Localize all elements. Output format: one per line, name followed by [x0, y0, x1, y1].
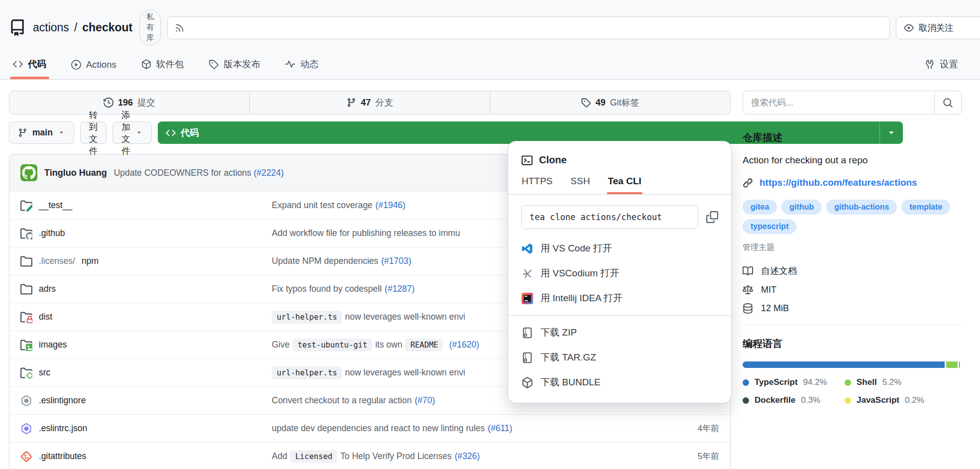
- clone-tab-https[interactable]: HTTPS: [522, 176, 552, 194]
- unwatch-button[interactable]: 取消关注 2: [896, 16, 980, 39]
- clone-tab-ssh[interactable]: SSH: [570, 176, 590, 194]
- link-icon: [743, 178, 753, 188]
- file-name-link[interactable]: __test__: [39, 200, 72, 211]
- stat-label: 分支: [375, 97, 393, 109]
- rss-button[interactable]: [167, 16, 890, 39]
- language-legend: TypeScript94.2%Shell5.2%Dockerfile0.3%Ja…: [743, 377, 962, 405]
- repo-owner-link[interactable]: actions: [33, 21, 69, 34]
- visibility-badge: 私有库: [139, 10, 161, 45]
- package-icon: [522, 377, 533, 388]
- language-dot: [845, 397, 851, 404]
- stat-value: 47: [361, 98, 371, 108]
- commit-author-link[interactable]: Tingluo Huang: [44, 168, 107, 178]
- code-search-input[interactable]: [743, 91, 935, 115]
- clone-download-item[interactable]: 下载 TAR.GZ: [513, 345, 726, 370]
- meta-book[interactable]: 自述文档: [743, 265, 962, 277]
- top-band: actions / checkout 私有库 取消关注 2 点赞 0 派生 0 …: [0, 0, 980, 80]
- add-file-button[interactable]: 添加文件: [112, 121, 152, 144]
- tab-动态[interactable]: 动态: [282, 50, 322, 79]
- manage-topics-link[interactable]: 管理主题: [743, 242, 962, 253]
- sidebar: 仓库描述 Action for checking out a repo http…: [743, 91, 962, 405]
- file-message-issue-link[interactable]: (#1703): [381, 256, 411, 266]
- search-icon: [943, 98, 953, 108]
- file-message-issue-link[interactable]: (#1620): [449, 340, 479, 350]
- file-name-link[interactable]: npm: [82, 256, 99, 266]
- clone-open-item[interactable]: 用 Intellij IDEA 打开: [513, 286, 726, 311]
- topic-typescript[interactable]: typescript: [743, 219, 796, 234]
- file-name-cell: .eslintrc.json: [20, 423, 272, 435]
- file-message-issue-link[interactable]: (#326): [455, 451, 480, 462]
- file-name-link[interactable]: adrs: [39, 284, 56, 294]
- goto-file-button[interactable]: 转到文件: [80, 121, 107, 144]
- topic-github-actions[interactable]: github-actions: [826, 200, 897, 215]
- file-name-link[interactable]: dist: [39, 312, 52, 322]
- website-link[interactable]: https://github.com/features/actions: [760, 177, 917, 188]
- topic-github[interactable]: github: [781, 200, 822, 215]
- tab-代码[interactable]: 代码: [10, 50, 49, 79]
- tab-版本发布[interactable]: 版本发布: [206, 50, 263, 79]
- file-name-link[interactable]: .github: [39, 228, 65, 238]
- commit-message-issue-link[interactable]: (#2224): [254, 168, 284, 178]
- clone-protocol-tabs: HTTPSSSHTea CLI: [508, 176, 731, 195]
- sidebar-divider: [743, 325, 962, 325]
- file-message-issue-link[interactable]: (#611): [488, 423, 512, 434]
- zip-icon: [522, 352, 533, 363]
- file-name-link[interactable]: .licenses/: [39, 256, 75, 266]
- file-message-issue-link[interactable]: (#1287): [385, 284, 415, 294]
- meta-law[interactable]: MIT: [743, 285, 962, 295]
- meta-label: 自述文档: [761, 265, 797, 277]
- author-avatar[interactable]: [20, 164, 37, 181]
- folder-src-icon: [20, 367, 32, 379]
- file-commit-message: Add Licensed To Help Verify Prod License…: [272, 450, 664, 463]
- topic-list: giteagithubgithub-actionstemplatetypescr…: [743, 200, 962, 234]
- file-message-text: Convert checkout to a regular action: [272, 395, 412, 406]
- file-message-text: Add workflow file for publishing release…: [272, 228, 460, 238]
- latest-commit-message: Update CODEOWNERS for actions (#2224): [114, 168, 284, 178]
- topic-template[interactable]: template: [901, 200, 950, 215]
- file-name-link[interactable]: .eslintrc.json: [39, 423, 87, 434]
- clone-open-item[interactable]: 用 VS Code 打开: [513, 236, 726, 261]
- table-row[interactable]: .eslintrc.jsonupdate dev dependencies an…: [9, 414, 730, 442]
- clone-download-item[interactable]: 下载 ZIP: [513, 320, 726, 345]
- file-name-cell: .eslintignore: [20, 395, 272, 407]
- folder-icon: [20, 283, 32, 295]
- file-name-link[interactable]: src: [39, 367, 50, 378]
- tab-label: 软件包: [156, 58, 184, 70]
- file-name-link[interactable]: images: [39, 340, 67, 350]
- topic-gitea[interactable]: gitea: [743, 200, 777, 215]
- folder-github-icon: [20, 228, 32, 239]
- tab-软件包[interactable]: 软件包: [138, 50, 187, 79]
- file-name-link[interactable]: .gitattributes: [39, 451, 86, 462]
- meta-database[interactable]: 12 MiB: [743, 303, 962, 314]
- rss-icon: [175, 23, 185, 33]
- file-name-link[interactable]: .eslintignore: [39, 395, 86, 406]
- file-message-issue-link[interactable]: (#1946): [375, 200, 405, 211]
- language-name: Shell: [857, 377, 877, 387]
- repo-name-link[interactable]: checkout: [82, 21, 132, 34]
- file-message-text: update dev dependencies and react to new…: [272, 423, 485, 434]
- clone-download-item[interactable]: 下载 BUNDLE: [513, 370, 726, 395]
- file-message-text: To Help Verify Prod Licenses: [340, 451, 452, 462]
- copy-icon[interactable]: [706, 211, 718, 223]
- clone-open-item[interactable]: 用 VSCodium 打开: [513, 261, 726, 286]
- clone-command-input[interactable]: [521, 205, 698, 229]
- branch-selector[interactable]: main: [9, 121, 74, 144]
- tab-actions[interactable]: Actions: [68, 52, 119, 79]
- file-message-issue-link[interactable]: (#70): [415, 395, 435, 406]
- tab-settings[interactable]: 设置: [922, 50, 961, 79]
- stat-label: 提交: [137, 97, 155, 109]
- search-button[interactable]: [935, 91, 962, 115]
- file-name-cell: adrs: [20, 283, 272, 295]
- meta-label: MIT: [761, 285, 776, 295]
- stat-分支[interactable]: 47分支: [249, 91, 490, 114]
- language-segment-shell: [946, 361, 957, 368]
- clone-item-label: 用 VSCodium 打开: [541, 267, 619, 280]
- clone-tab-tea-cli[interactable]: Tea CLI: [608, 176, 641, 194]
- file-message-text: Add: [272, 451, 287, 462]
- eslint-purple-icon: [20, 423, 32, 435]
- table-row[interactable]: .gitattributesAdd Licensed To Help Verif…: [9, 442, 730, 469]
- clone-item-label: 用 Intellij IDEA 打开: [541, 292, 623, 305]
- language-pct: 5.2%: [882, 377, 902, 387]
- stat-Git标签[interactable]: 49Git标签: [490, 91, 730, 114]
- database-icon: [743, 303, 753, 314]
